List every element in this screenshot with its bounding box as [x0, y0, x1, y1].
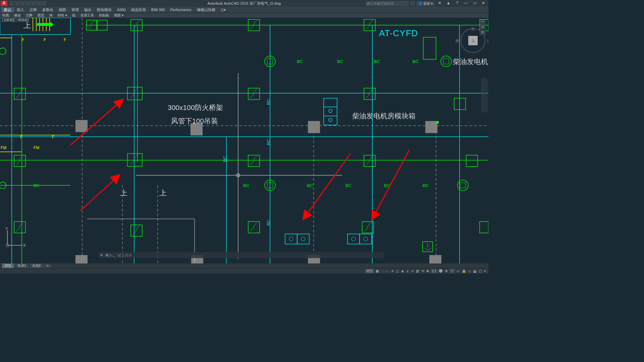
viewport-label[interactable]: [-][俯视][二维线框] — [0, 18, 29, 22]
app-logo[interactable]: A — [1, 1, 7, 6]
status-ortho-icon[interactable]: ∟ — [385, 269, 390, 273]
status-grid-icon[interactable]: ▦ — [375, 269, 380, 273]
nav-wheel[interactable] — [481, 79, 488, 85]
status-model[interactable]: 模型 — [365, 268, 374, 274]
status-snap-icon[interactable]: ⸬ — [380, 269, 384, 273]
status-cycling-icon[interactable]: ⟲ — [420, 269, 425, 273]
command-input[interactable] — [115, 253, 384, 257]
status-iso-icon[interactable]: ◇ — [467, 269, 472, 273]
tab-model[interactable]: 模型 — [2, 263, 14, 268]
svg-text:F: F — [20, 135, 22, 139]
doc-close[interactable]: ✕ — [480, 31, 486, 35]
viewcube-e[interactable]: 东 — [487, 39, 488, 44]
svg-point-88 — [0, 48, 6, 55]
tab-addins[interactable]: 附加模块 — [94, 7, 114, 12]
status-annomon-icon[interactable]: ✚ — [425, 269, 430, 273]
tab-layout2[interactable]: 布局2 — [30, 263, 44, 268]
tab-add-layout[interactable]: + — [44, 264, 51, 268]
tab-featured[interactable]: 精选应用 — [128, 7, 149, 12]
command-line[interactable]: ✕ ⚙ ▷_ — [99, 252, 384, 258]
viewcube-top[interactable]: 上 — [468, 36, 478, 45]
panel-draw[interactable]: 绘图 — [0, 13, 12, 18]
qat-saveas[interactable] — [25, 1, 30, 6]
cmd-options-icon[interactable]: ⚙ — [104, 252, 110, 258]
exchange-icon[interactable]: ✕ — [436, 1, 443, 6]
status-3dosnap-icon[interactable]: ◈ — [400, 269, 405, 273]
a360-icon[interactable]: ▲ — [445, 1, 452, 6]
nav-orbit[interactable] — [481, 99, 488, 105]
qat-undo[interactable] — [36, 1, 41, 6]
tab-a360[interactable]: A360 — [114, 8, 128, 12]
svg-text:BC: BC — [266, 99, 271, 105]
window-restore[interactable]: ▭ — [471, 1, 478, 6]
panel-annotate[interactable]: 注释 — [23, 13, 35, 18]
qat-new[interactable] — [9, 1, 14, 6]
help-search[interactable]: 键入关键字或短语 — [365, 1, 409, 6]
doc-minimize[interactable]: — — [480, 20, 486, 24]
qat-open[interactable] — [15, 1, 19, 6]
panel-groups[interactable]: 组 — [70, 13, 78, 18]
svg-text:BC: BC — [222, 156, 227, 162]
svg-rect-12 — [308, 121, 320, 133]
status-ws-icon[interactable]: ⚙ — [444, 269, 449, 273]
nav-zoom[interactable] — [481, 92, 488, 98]
status-bar: 模型 ▦ ⸬ ∟ ✳ ◻ ◈ ∠ ≡ ▨ ⟲ ✚ 1:1 🅐 ⚙ 十 ▭ 🔒 ◇… — [0, 268, 488, 274]
cmd-close-icon[interactable]: ✕ — [99, 252, 104, 258]
drawing-area[interactable]: 上 — [0, 18, 488, 263]
status-units[interactable]: 十 — [449, 268, 455, 274]
signin-button[interactable]: 👤 登录 ▾ — [416, 1, 435, 6]
qat-save[interactable] — [20, 1, 25, 6]
panel-clipboard[interactable]: 剪贴板 — [97, 13, 112, 18]
tab-insert[interactable]: 插入 — [14, 7, 27, 12]
window-minimize[interactable]: — — [462, 1, 470, 6]
tab-bim360[interactable]: BIM 360 — [149, 8, 168, 12]
tab-annotate[interactable]: 注释 — [27, 7, 40, 12]
status-lock-icon[interactable]: 🔒 — [461, 269, 467, 273]
status-clean-icon[interactable]: ▢ — [478, 269, 483, 273]
status-annoscale-icon[interactable]: 🅐 — [438, 269, 443, 273]
nav-showmotion[interactable] — [481, 106, 488, 112]
nav-pan[interactable] — [481, 85, 488, 92]
svg-text:柴油发电机房模块箱: 柴油发电机房模块箱 — [352, 112, 416, 120]
svg-text:BC: BC — [297, 59, 303, 64]
help-icon[interactable]: ? — [453, 1, 461, 6]
svg-text:300x100防火桥架: 300x100防火桥架 — [168, 104, 223, 111]
tab-performance[interactable]: Performance — [168, 8, 194, 12]
tab-collapse-icon[interactable]: ◻▾ — [218, 8, 228, 12]
tab-output[interactable]: 输出 — [82, 7, 94, 12]
viewcube-w[interactable]: 西 — [455, 39, 459, 44]
tab-manage[interactable]: 管理 — [69, 7, 82, 12]
svg-text:F: F — [44, 38, 46, 42]
svg-rect-71 — [285, 234, 297, 244]
panel-view[interactable]: 视图 ▾ — [112, 13, 126, 18]
svg-text:风管下100吊装: 风管下100吊装 — [171, 117, 218, 125]
panel-utilities[interactable]: 实用工具 — [78, 13, 97, 18]
qat-redo[interactable] — [42, 1, 46, 6]
window-close[interactable]: ✕ — [480, 1, 487, 6]
qat-plot[interactable] — [31, 1, 36, 6]
viewcube-n[interactable]: 北 — [471, 26, 475, 32]
panel-modify[interactable]: 修改 — [12, 13, 23, 18]
search-icon[interactable] — [410, 1, 415, 6]
tab-layout1[interactable]: 布局1 — [15, 263, 29, 268]
ucs-icon[interactable]: X Y — [4, 229, 24, 250]
status-osnap-icon[interactable]: ◻ — [395, 269, 400, 273]
panel-properties[interactable]: 特性 ▾ — [55, 13, 70, 18]
doc-restore[interactable]: ▭ — [480, 25, 486, 30]
panel-block[interactable]: 块 — [47, 13, 55, 18]
tab-default[interactable]: 默认 — [1, 7, 14, 12]
status-otrack-icon[interactable]: ∠ — [405, 269, 410, 273]
svg-rect-60 — [14, 155, 25, 167]
panel-layers[interactable]: 图层 — [35, 13, 47, 18]
status-lwt-icon[interactable]: ≡ — [411, 269, 415, 273]
tab-view[interactable]: 视图 — [56, 7, 69, 12]
status-custom-icon[interactable]: ≡ — [483, 269, 487, 273]
svg-rect-51 — [248, 88, 260, 100]
status-polar-icon[interactable]: ✳ — [390, 269, 395, 273]
status-transparency-icon[interactable]: ▨ — [415, 269, 420, 273]
status-qp-icon[interactable]: ▭ — [455, 269, 461, 273]
status-scale[interactable]: 1:1 — [430, 269, 438, 273]
tab-olive[interactable]: 橄榄山快模 — [194, 7, 218, 12]
status-hw-icon[interactable]: ⬓ — [472, 269, 477, 273]
tab-parametric[interactable]: 参数化 — [40, 7, 56, 12]
